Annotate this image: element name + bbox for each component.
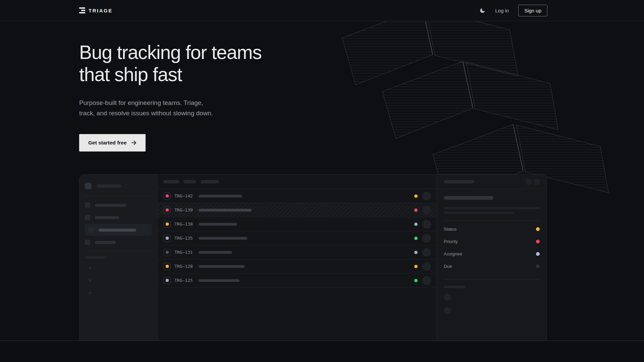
login-link[interactable]: Log in xyxy=(495,8,509,13)
issue-type-icon xyxy=(163,249,171,256)
issue-row[interactable]: TRG–138 xyxy=(158,217,437,231)
detail-field-row[interactable]: Due xyxy=(444,260,540,273)
assignee-avatar[interactable] xyxy=(422,220,431,229)
divider xyxy=(444,221,540,221)
detail-field-label: Due xyxy=(444,264,452,269)
divider xyxy=(85,251,152,251)
status-dot xyxy=(414,223,418,226)
sidebar-nav-item[interactable] xyxy=(81,199,156,211)
issue-id: TRG–142 xyxy=(174,193,195,198)
skeleton-bar xyxy=(95,241,116,244)
skeleton-bar xyxy=(444,180,475,183)
issue-id: TRG–139 xyxy=(174,207,195,213)
issue-title-skeleton xyxy=(199,223,237,226)
brand-logo[interactable]: TRIAGE xyxy=(79,7,113,13)
preview-sidebar-header xyxy=(79,175,157,196)
assignee-avatar[interactable] xyxy=(422,262,431,271)
dot-placeholder xyxy=(89,279,91,282)
issue-id: TRG–131 xyxy=(174,250,195,255)
next-section-band xyxy=(0,341,644,362)
sidebar-item-dots xyxy=(89,267,157,294)
skeleton-bar xyxy=(95,204,126,207)
issue-id: TRG–125 xyxy=(174,278,195,283)
sidebar-nav-item-active[interactable] xyxy=(85,224,152,236)
status-dot xyxy=(414,251,418,254)
assignee-avatar[interactable] xyxy=(422,192,431,200)
sidebar-nav-item[interactable] xyxy=(81,212,156,224)
issue-type-icon xyxy=(163,263,171,270)
page-title: Bug tracking for teams that ship fast xyxy=(79,41,262,85)
detail-panel-header xyxy=(437,175,546,189)
title-line-2: that ship fast xyxy=(79,64,182,85)
panel-action-button[interactable] xyxy=(534,179,540,185)
assignee-avatar[interactable] xyxy=(422,276,431,285)
issue-type-icon xyxy=(163,206,171,214)
triage-logo-icon xyxy=(79,7,85,13)
skeleton-section-label xyxy=(444,286,465,288)
sidebar-nav-item[interactable] xyxy=(81,236,156,248)
detail-field-label: Priority xyxy=(444,239,458,244)
signup-button[interactable]: Sign up xyxy=(518,5,547,16)
hero-subtitle: Purpose-built for engineering teams. Tri… xyxy=(79,98,220,118)
status-dot xyxy=(414,279,418,282)
assignee-avatar[interactable] xyxy=(422,248,431,257)
theme-toggle-button[interactable] xyxy=(479,7,486,14)
nav-icon-placeholder xyxy=(85,240,90,245)
status-dot xyxy=(414,237,418,240)
issue-list-toolbar xyxy=(158,175,437,189)
cta-label: Get started free xyxy=(88,140,127,146)
skeleton-bar xyxy=(95,216,119,219)
issue-row[interactable]: TRG–135 xyxy=(158,231,437,245)
nav-icon-placeholder xyxy=(85,202,90,208)
comment-avatar-placeholder xyxy=(444,294,451,301)
issue-row[interactable]: TRG–139 xyxy=(158,203,437,217)
moon-icon xyxy=(479,7,486,14)
skeleton-line xyxy=(444,212,514,214)
assignee-avatar[interactable] xyxy=(422,206,431,215)
arrow-right-icon xyxy=(131,140,137,145)
nav-icon-placeholder xyxy=(89,227,94,233)
skeleton-tab[interactable] xyxy=(201,180,219,183)
skeleton-title xyxy=(444,196,493,200)
issue-title-skeleton xyxy=(199,279,239,282)
hero-section: Bug tracking for teams that ship fast Pu… xyxy=(0,21,644,341)
issue-row[interactable]: TRG–131 xyxy=(158,245,437,259)
top-navbar: TRIAGE Log in Sign up xyxy=(0,0,644,21)
issue-type-icon xyxy=(163,235,171,242)
skeleton-section-label xyxy=(85,256,106,259)
issue-title-skeleton xyxy=(199,237,247,240)
detail-field-value-dot xyxy=(536,240,540,243)
issue-row[interactable]: TRG–128 xyxy=(158,259,437,274)
assignee-avatar[interactable] xyxy=(422,234,431,243)
preview-sidebar xyxy=(79,175,158,341)
get-started-button[interactable]: Get started free xyxy=(79,134,146,152)
issue-row[interactable]: TRG–142 xyxy=(158,189,437,203)
title-line-1: Bug tracking for teams xyxy=(79,42,262,63)
skeleton-tab[interactable] xyxy=(183,180,196,183)
detail-field-row[interactable]: Status xyxy=(444,223,540,235)
issue-rows-container: TRG–142 TRG–139 TRG–138 TRG–135 TRG–131 xyxy=(158,189,437,288)
issue-title-skeleton xyxy=(199,251,232,254)
divider xyxy=(444,279,540,280)
workspace-logo-placeholder xyxy=(85,183,92,189)
issue-type-icon xyxy=(163,221,171,228)
detail-field-value-dot xyxy=(536,264,540,268)
panel-action-button[interactable] xyxy=(526,179,532,185)
nav-icon-placeholder xyxy=(85,215,90,220)
detail-panel-body: Status Priority Assignee Due xyxy=(437,189,546,321)
detail-field-label: Assignee xyxy=(444,251,463,256)
status-dot xyxy=(414,208,418,212)
skeleton-line xyxy=(444,207,540,209)
detail-fields-container: Status Priority Assignee Due xyxy=(444,223,540,273)
issue-detail-panel: Status Priority Assignee Due xyxy=(437,175,546,341)
comment-avatar-placeholder xyxy=(444,307,451,314)
detail-field-row[interactable]: Assignee xyxy=(444,248,540,260)
issue-title-skeleton xyxy=(199,265,245,268)
preview-sidebar-nav xyxy=(79,196,157,251)
detail-field-value-dot xyxy=(536,252,540,256)
issue-row[interactable]: TRG–125 xyxy=(158,274,437,288)
issue-type-icon xyxy=(163,277,171,284)
detail-field-label: Status xyxy=(444,227,457,232)
detail-field-row[interactable]: Priority xyxy=(444,235,540,248)
skeleton-tab[interactable] xyxy=(163,180,179,183)
